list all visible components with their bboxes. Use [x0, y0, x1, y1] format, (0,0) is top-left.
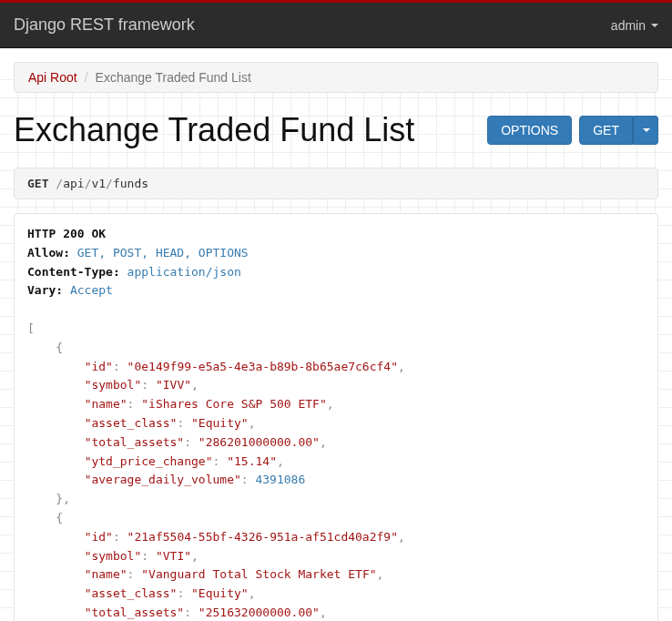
- page-title: Exchange Traded Fund List: [14, 111, 414, 149]
- breadcrumb: Api Root / Exchange Traded Fund List: [14, 62, 658, 93]
- user-label: admin: [611, 18, 646, 33]
- navbar: Django REST framework admin: [0, 3, 672, 48]
- user-menu[interactable]: admin: [611, 18, 658, 33]
- request-path: /api/v1/funds: [56, 177, 148, 190]
- breadcrumb-separator: /: [85, 70, 88, 85]
- breadcrumb-root-link[interactable]: Api Root: [28, 70, 77, 85]
- get-dropdown-toggle[interactable]: [633, 116, 658, 145]
- get-button[interactable]: GET: [579, 116, 633, 145]
- options-button[interactable]: OPTIONS: [487, 116, 572, 145]
- caret-down-icon: [651, 24, 658, 27]
- brand-link[interactable]: Django REST framework: [14, 15, 195, 35]
- breadcrumb-current: Exchange Traded Fund List: [96, 70, 251, 85]
- caret-down-icon: [643, 128, 650, 132]
- action-buttons: OPTIONS GET: [487, 116, 658, 145]
- request-method: GET: [27, 177, 48, 190]
- get-button-group: GET: [579, 116, 658, 145]
- response-body: HTTP 200 OK Allow: GET, POST, HEAD, OPTI…: [14, 213, 658, 621]
- request-line: GET /api/v1/funds: [14, 168, 658, 199]
